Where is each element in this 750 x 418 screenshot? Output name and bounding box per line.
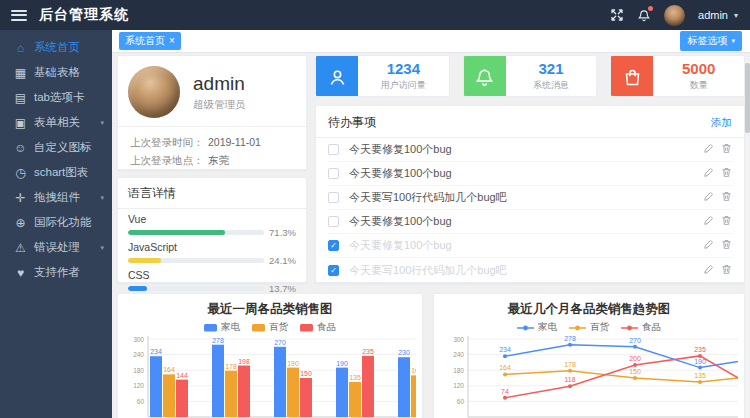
- todo-checkbox[interactable]: ✓: [328, 265, 339, 276]
- edit-icon[interactable]: [703, 239, 714, 252]
- stat-card-2[interactable]: 321系统消息: [463, 55, 598, 97]
- todo-text: 今天要修复100个bug: [349, 166, 452, 181]
- sidebar-item-4[interactable]: ▣表单相关▾: [0, 110, 112, 135]
- todo-checkbox[interactable]: ✓: [328, 240, 339, 251]
- svg-text:240: 240: [453, 351, 464, 358]
- sidebar-item-6[interactable]: ◷schart图表: [0, 160, 112, 185]
- svg-text:180: 180: [133, 367, 144, 374]
- delete-icon[interactable]: [721, 143, 732, 156]
- legend-item[interactable]: 百货: [569, 321, 609, 334]
- username[interactable]: admin: [698, 9, 728, 21]
- add-todo-button[interactable]: 添加: [711, 116, 732, 130]
- bar-chart-plot: 60120180240300周一234164144周二278178198周三27…: [124, 336, 416, 418]
- stat-card-3[interactable]: 5000数量: [610, 55, 745, 97]
- chart-title: 最近几个月各品类销售趋势图: [434, 301, 744, 318]
- sidebar-item-7[interactable]: ✛拖拽组件▾: [0, 185, 112, 210]
- sidebar-item-10[interactable]: ♥支持作者: [0, 260, 112, 285]
- chevron-down-icon: ▾: [731, 37, 735, 45]
- todo-item: 今天要修复100个bug: [328, 138, 732, 162]
- progress-percent: 71.3%: [264, 227, 296, 238]
- svg-text:164: 164: [163, 366, 175, 373]
- divider: [118, 126, 306, 127]
- edit-icon[interactable]: [703, 191, 714, 204]
- notification-bell-icon[interactable]: [637, 8, 651, 23]
- sidebar-item-3[interactable]: ▤tab选项卡: [0, 85, 112, 110]
- delete-icon[interactable]: [721, 215, 732, 228]
- legend-swatch: [204, 324, 217, 332]
- menu-toggle-icon[interactable]: [11, 10, 27, 21]
- legend-item[interactable]: 家电: [517, 321, 557, 334]
- svg-text:300: 300: [133, 336, 144, 343]
- donate-icon: ♥: [13, 266, 28, 280]
- edit-icon[interactable]: [703, 143, 714, 156]
- error-warning-icon: ⚠: [13, 241, 28, 255]
- tag-options-button[interactable]: 标签选项 ▾: [680, 31, 742, 51]
- delete-icon[interactable]: [721, 167, 732, 180]
- todo-checkbox[interactable]: [328, 168, 339, 179]
- sidebar-item-label: 表单相关: [34, 115, 80, 130]
- language-row: JavaScript24.1%: [128, 241, 296, 266]
- todo-checkbox[interactable]: [328, 216, 339, 227]
- svg-text:164: 164: [499, 364, 511, 371]
- sidebar-item-5[interactable]: ☺自定义图标: [0, 135, 112, 160]
- sidebar-item-9[interactable]: ⚠错误处理▾: [0, 235, 112, 260]
- svg-text:150: 150: [629, 368, 641, 375]
- todo-text: 今天要写100行代码加几个bug吧: [349, 263, 507, 278]
- chart-legend: 家电百货食品: [434, 321, 744, 334]
- legend-item[interactable]: 食品: [621, 321, 661, 334]
- svg-text:278: 278: [212, 337, 224, 344]
- language-row: Vue71.3%: [128, 213, 296, 238]
- todo-checkbox[interactable]: [328, 144, 339, 155]
- legend-item[interactable]: 百货: [252, 321, 288, 334]
- info-value: 东莞: [208, 154, 229, 168]
- svg-text:270: 270: [629, 337, 641, 344]
- svg-text:235: 235: [362, 348, 374, 355]
- profile-role: 超级管理员: [193, 98, 246, 112]
- fullscreen-icon[interactable]: [610, 8, 624, 22]
- legend-item[interactable]: 食品: [300, 321, 336, 334]
- progress-fill: [128, 230, 225, 235]
- delete-icon[interactable]: [721, 191, 732, 204]
- close-icon[interactable]: ×: [169, 36, 175, 46]
- todo-checkbox[interactable]: [328, 192, 339, 203]
- todo-item: 今天要修复100个bug: [328, 162, 732, 186]
- chart-icon: ◷: [13, 166, 28, 180]
- sidebar-item-8[interactable]: ⊕国际化功能: [0, 210, 112, 235]
- legend-swatch: [252, 324, 265, 332]
- avatar[interactable]: [664, 5, 685, 26]
- app-window: 后台管理系统 admin ▾ ⌂系统首页▦基础: [0, 0, 750, 418]
- svg-text:150: 150: [300, 370, 312, 377]
- progress-track: [128, 230, 264, 235]
- sidebar-item-2[interactable]: ▦基础表格: [0, 60, 112, 85]
- edit-icon[interactable]: [703, 264, 714, 277]
- line-chart-card: 最近几个月各品类销售趋势图 家电百货食品 6012018024030023427…: [433, 293, 745, 418]
- scrollbar-thumb[interactable]: [745, 63, 750, 133]
- svg-text:278: 278: [564, 336, 576, 342]
- language-name: CSS: [128, 269, 296, 281]
- stat-value: 321: [538, 60, 563, 77]
- edit-icon[interactable]: [703, 215, 714, 228]
- svg-text:118: 118: [564, 376, 575, 383]
- chart-legend: 家电百货食品: [118, 321, 422, 334]
- legend-line-marker: [621, 324, 638, 332]
- legend-item[interactable]: 家电: [204, 321, 240, 334]
- legend-label: 家电: [538, 321, 557, 334]
- legend-line-marker: [517, 324, 534, 332]
- svg-text:135: 135: [349, 374, 361, 381]
- line-chart-plot: 6012018024030023427827019023016417815013…: [440, 336, 738, 418]
- delete-icon[interactable]: [721, 264, 732, 277]
- shopping-bag-icon: [611, 56, 653, 97]
- bell-icon: [464, 56, 506, 97]
- tab-home[interactable]: 系统首页 ×: [119, 32, 181, 50]
- sidebar-item-label: 系统首页: [34, 40, 80, 55]
- progress-percent: 24.1%: [264, 255, 296, 266]
- edit-icon[interactable]: [703, 167, 714, 180]
- notification-badge: [648, 6, 653, 11]
- stat-card-1[interactable]: 1234用户访问量: [315, 55, 450, 97]
- sidebar-item-label: 错误处理: [34, 240, 80, 255]
- delete-icon[interactable]: [721, 239, 732, 252]
- scrollbar[interactable]: [745, 60, 750, 418]
- todo-text: 今天要修复100个bug: [349, 142, 452, 157]
- sidebar-item-label: tab选项卡: [34, 90, 85, 105]
- sidebar-item-1[interactable]: ⌂系统首页: [0, 35, 112, 60]
